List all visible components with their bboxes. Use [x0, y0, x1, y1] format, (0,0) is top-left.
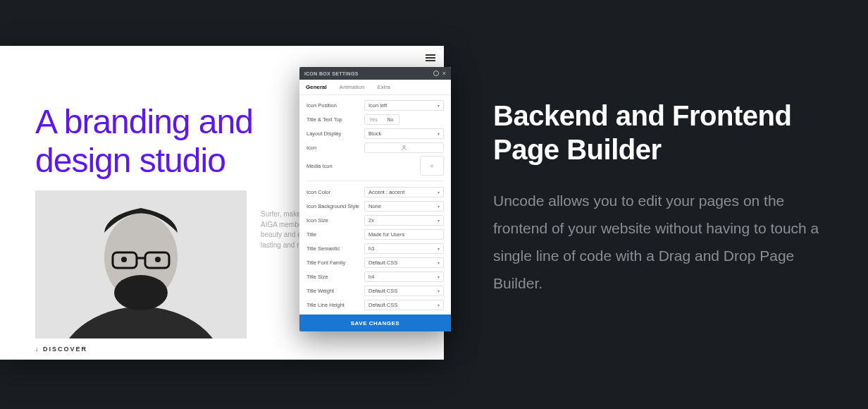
marketing-heading: Backend and Frontend Page Builder: [493, 99, 824, 166]
hero-line2: design studio: [35, 141, 253, 180]
settings-rows: Icon Position Icon left▾ Title & Text To…: [299, 95, 451, 315]
panel-header: ICON BOX SETTINGS ×: [299, 67, 451, 80]
marketing-text: Backend and Frontend Page Builder Uncode…: [493, 99, 824, 297]
hero-line1: A branding and: [35, 102, 253, 141]
select-icon-size[interactable]: 2x▾: [364, 215, 444, 226]
row-title-font-family: Title Font Family Default CSS▾: [299, 255, 451, 269]
row-icon-position: Icon Position Icon left▾: [299, 98, 451, 112]
row-title-semantic: Title Semantic h3▾: [299, 241, 451, 255]
user-icon: [401, 145, 407, 151]
select-title-semantic[interactable]: h3▾: [364, 243, 444, 254]
hamburger-icon[interactable]: [426, 54, 435, 61]
chevron-down-icon: ▾: [438, 218, 440, 223]
svg-point-8: [155, 257, 161, 262]
row-title-size: Title Size h4▾: [299, 269, 451, 283]
row-title-text-top: Title & Text Top YesNo: [299, 112, 451, 126]
svg-point-3: [114, 275, 168, 310]
chevron-down-icon: ▾: [438, 288, 440, 293]
row-title-line-height: Title Line Height Default CSS▾: [299, 298, 451, 312]
tab-general[interactable]: General: [299, 80, 333, 94]
select-title-weight[interactable]: Default CSS▾: [364, 286, 444, 296]
chevron-down-icon: ▾: [438, 246, 440, 251]
chevron-down-icon: ▾: [438, 190, 440, 195]
gear-icon[interactable]: [433, 71, 439, 76]
tabs: General Animation Extra: [299, 80, 451, 95]
chevron-down-icon: ▾: [438, 274, 440, 279]
select-layout-display[interactable]: Block▾: [364, 128, 444, 139]
row-icon-size: Icon Size 2x▾: [299, 213, 451, 227]
input-title[interactable]: Made for Users: [364, 229, 444, 240]
row-media-icon: Media Icon +: [299, 154, 451, 177]
select-title-size[interactable]: h4▾: [364, 271, 444, 282]
svg-point-7: [121, 257, 127, 262]
chevron-down-icon: ▾: [438, 131, 440, 136]
panel-title: ICON BOX SETTINGS: [304, 71, 359, 76]
chevron-down-icon: ▾: [438, 260, 440, 265]
svg-point-9: [403, 145, 405, 147]
row-icon: Icon: [299, 140, 451, 154]
save-button[interactable]: SAVE CHANGES: [299, 315, 451, 331]
settings-panel: ICON BOX SETTINGS × General Animation Ex…: [299, 67, 451, 331]
select-title-font-family[interactable]: Default CSS▾: [364, 257, 444, 268]
row-icon-bg-style: Icon Background Style None▾: [299, 199, 451, 213]
chevron-down-icon: ▾: [438, 204, 440, 209]
chevron-down-icon: ▾: [438, 103, 440, 108]
chevron-down-icon: ▾: [438, 303, 440, 307]
marketing-paragraph: Uncode allows you to edit your pages on …: [493, 188, 824, 297]
icon-preview[interactable]: [364, 142, 444, 153]
tab-animation[interactable]: Animation: [333, 80, 371, 94]
discover-link[interactable]: ↓ DISCOVER: [35, 346, 87, 353]
row-title: Title Made for Users: [299, 227, 451, 241]
select-icon-color[interactable]: Accent : accent▾: [364, 187, 444, 197]
row-title-weight: Title Weight Default CSS▾: [299, 283, 451, 298]
select-icon-position[interactable]: Icon left▾: [364, 100, 444, 111]
row-layout-display: Layout Display Block▾: [299, 126, 451, 140]
hero-title: A branding and design studio: [35, 102, 253, 180]
portrait-image: [35, 190, 247, 338]
select-title-line-height[interactable]: Default CSS▾: [364, 300, 444, 310]
plus-icon: +: [430, 161, 434, 170]
tab-extra[interactable]: Extra: [371, 80, 397, 94]
toggle-title-text-top[interactable]: YesNo: [364, 114, 399, 125]
row-icon-color: Icon Color Accent : accent▾: [299, 185, 451, 199]
divider: [306, 181, 444, 181]
select-icon-bg-style[interactable]: None▾: [364, 201, 444, 212]
media-upload[interactable]: +: [420, 156, 444, 176]
close-icon[interactable]: ×: [442, 71, 446, 77]
